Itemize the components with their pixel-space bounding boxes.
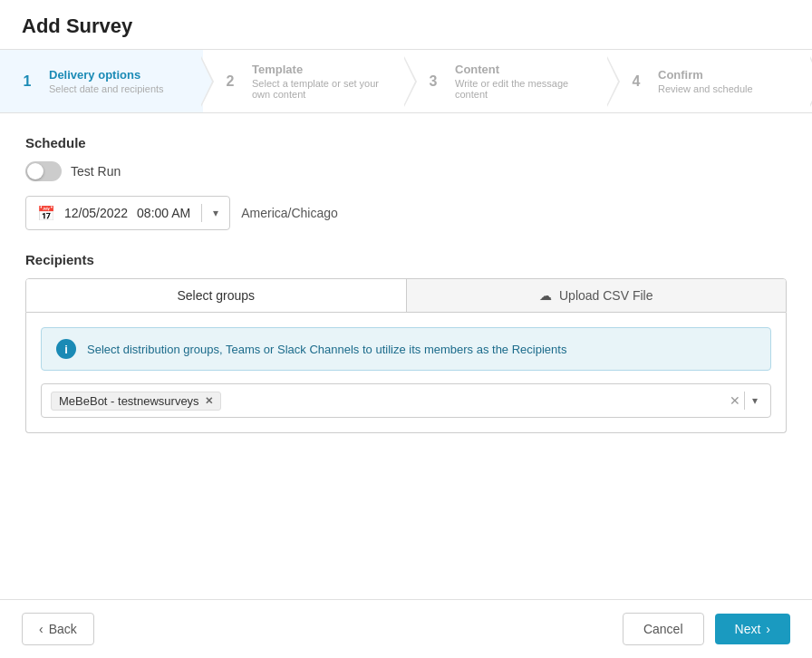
main-content: Schedule Test Run 📅 12/05/2022 08:00 AM …: [0, 113, 812, 599]
datetime-divider: [201, 204, 202, 222]
tab-upload-csv[interactable]: ☁ Upload CSV File: [407, 279, 787, 312]
footer-right: Cancel Next ›: [623, 613, 790, 645]
cloud-upload-icon: ☁: [539, 288, 552, 303]
step-1[interactable]: 1 Delivery options Select date and recip…: [0, 50, 203, 112]
tab-upload-csv-label: Upload CSV File: [559, 288, 653, 303]
input-action-divider: [744, 392, 745, 410]
datetime-row: 📅 12/05/2022 08:00 AM ▾ America/Chicago: [25, 196, 787, 230]
page-title: Add Survey: [22, 15, 790, 38]
test-run-label: Test Run: [71, 164, 121, 179]
back-arrow-icon: ‹: [39, 622, 44, 636]
step-2[interactable]: 2 Template Select a template or set your…: [203, 50, 406, 112]
next-label: Next: [735, 622, 761, 636]
datetime-picker[interactable]: 📅 12/05/2022 08:00 AM ▾: [25, 196, 230, 230]
step-2-label: Template: [252, 63, 388, 76]
toggle-knob: [27, 163, 44, 179]
info-icon: i: [56, 339, 76, 359]
next-arrow-icon: ›: [766, 622, 770, 636]
back-label: Back: [49, 622, 77, 636]
tab-select-groups[interactable]: Select groups: [26, 279, 407, 312]
time-value: 08:00 AM: [137, 206, 190, 220]
page-header: Add Survey: [0, 0, 812, 50]
calendar-icon: 📅: [37, 205, 55, 222]
info-banner: i Select distribution groups, Teams or S…: [41, 327, 771, 371]
date-value: 12/05/2022: [64, 206, 128, 220]
recipients-tabs: Select groups ☁ Upload CSV File: [25, 278, 787, 313]
step-4-sublabel: Review and schedule: [658, 83, 753, 94]
step-2-number: 2: [218, 69, 243, 94]
step-2-text: Template Select a template or set your o…: [252, 63, 388, 100]
step-3-number: 3: [420, 69, 446, 94]
info-banner-text: Select distribution groups, Teams or Sla…: [87, 343, 566, 356]
footer: ‹ Back Cancel Next ›: [0, 599, 812, 658]
schedule-label: Schedule: [25, 135, 787, 150]
input-dropdown-icon[interactable]: ▾: [749, 392, 761, 409]
stepper: 1 Delivery options Select date and recip…: [0, 50, 812, 113]
input-actions: ✕ ▾: [730, 392, 761, 410]
timezone-label: America/Chicago: [241, 206, 338, 220]
step-1-text: Delivery options Select date and recipie…: [49, 68, 164, 94]
recipients-section: Recipients Select groups ☁ Upload CSV Fi…: [25, 252, 787, 433]
recipient-tag-label: MeBeBot - testnewsurveys: [59, 394, 199, 408]
tab-content: i Select distribution groups, Teams or S…: [25, 313, 787, 433]
datetime-dropdown-icon: ▾: [213, 207, 218, 219]
step-3-label: Content: [455, 63, 591, 76]
cancel-button[interactable]: Cancel: [623, 613, 704, 645]
toggle-row: Test Run: [25, 161, 787, 181]
step-4-text: Confirm Review and schedule: [658, 68, 753, 94]
step-4-label: Confirm: [658, 68, 753, 82]
input-clear-icon[interactable]: ✕: [730, 393, 740, 408]
step-4-number: 4: [624, 69, 649, 94]
step-2-sublabel: Select a template or set your own conten…: [252, 78, 388, 100]
cancel-label: Cancel: [643, 622, 683, 636]
test-run-toggle[interactable]: [25, 161, 62, 181]
step-1-label: Delivery options: [49, 68, 164, 82]
step-1-sublabel: Select date and recipients: [49, 83, 164, 94]
recipient-tag-close[interactable]: ✕: [205, 395, 213, 407]
step-3[interactable]: 3 Content Write or edit the message cont…: [406, 50, 609, 112]
recipients-input[interactable]: MeBeBot - testnewsurveys ✕ ✕ ▾: [41, 383, 771, 418]
back-button[interactable]: ‹ Back: [22, 613, 94, 645]
tab-select-groups-label: Select groups: [177, 288, 255, 303]
step-4[interactable]: 4 Confirm Review and schedule: [609, 50, 812, 112]
step-1-number: 1: [14, 69, 40, 94]
step-3-text: Content Write or edit the message conten…: [455, 63, 591, 100]
step-3-sublabel: Write or edit the message content: [455, 78, 591, 100]
next-button[interactable]: Next ›: [715, 614, 790, 644]
recipient-tag: MeBeBot - testnewsurveys ✕: [51, 392, 221, 411]
recipients-label: Recipients: [25, 252, 787, 267]
